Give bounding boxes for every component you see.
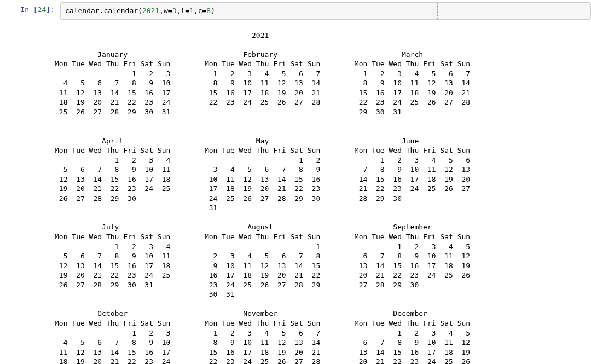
code-line: calendar.calendar(2021,w=3,l=1,c=8): [65, 7, 215, 15]
code-token: ,l=: [177, 7, 189, 15]
code-token: 2021: [142, 7, 159, 15]
ruler-line: [437, 3, 438, 19]
code-token: ,c=: [194, 7, 206, 15]
code-token: 3: [172, 7, 177, 15]
prompt-suffix: ]:: [46, 5, 55, 14]
code-token: 1: [189, 7, 194, 15]
code-cell: In [24]: calendar.calendar(2021,w=3,l=1,…: [0, 0, 591, 20]
calendar-output: 2021 January February March Mon Tue Wed …: [0, 27, 591, 364]
code-token: calendar.calendar(: [65, 7, 142, 15]
input-prompt: In [24]:: [0, 2, 60, 20]
code-input[interactable]: calendar.calendar(2021,w=3,l=1,c=8): [60, 2, 591, 20]
prompt-prefix: In [: [20, 5, 37, 14]
code-token: ,w=: [159, 7, 172, 15]
code-token: 8: [206, 7, 211, 15]
prompt-number: 24: [38, 5, 47, 14]
code-token: ): [211, 7, 215, 15]
